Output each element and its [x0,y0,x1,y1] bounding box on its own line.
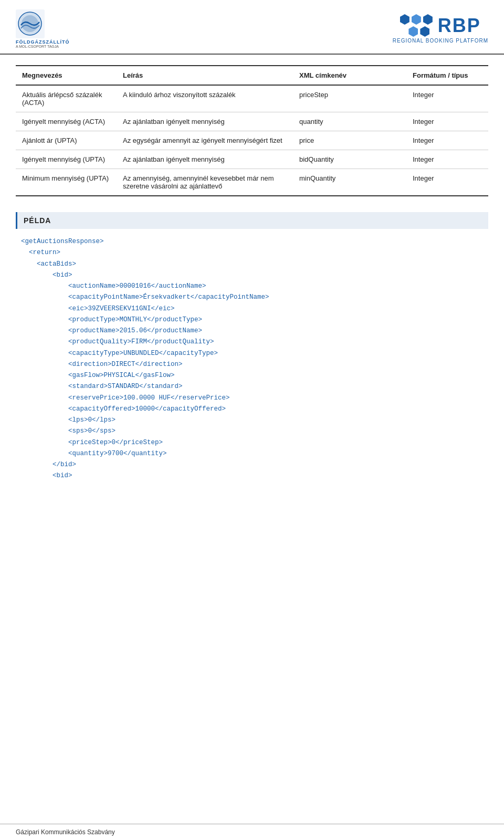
cell-leir-4: Az amennyiség, amennyinél kevesebbet már… [117,169,293,196]
code-line-3: <bid> [21,270,488,281]
main-content: Megnevezés Leírás XML címkenév Formátum … [0,55,504,196]
code-line-11: <direction>DIRECT</direction> [21,359,488,370]
rbp-logo-block: RBP REGIONAL BOOKING PLATFORM [393,14,488,44]
code-line-9: <productQuality>FIRM</productQuality> [21,337,488,348]
code-line-16: <lps>0</lps> [21,415,488,426]
footer-text: Gázipari Kommunikációs Szabvány [16,828,115,836]
foldgaz-icon [16,9,45,38]
code-line-18: <priceStep>0</priceStep> [21,437,488,448]
company-sub: A MOL-CSOPORT TAGJA [16,45,59,48]
code-line-14: <reservePrice>100.0000 HUF</reservePrice… [21,393,488,404]
code-line-13: <standard>STANDARD</standard> [21,381,488,392]
data-table: Megnevezés Leírás XML címkenév Formátum … [16,65,488,196]
header: FÖLDGÁZSZÁLLÍTÓ A MOL-CSOPORT TAGJA RBP … [0,0,504,55]
cell-leir-0: A kiinduló árhoz viszonyított százalék [117,85,293,112]
table-row: Minimum mennyiség (UPTA)Az amennyiség, a… [16,169,488,196]
cell-xml-2: price [293,131,406,150]
pelda-title: PÉLDA [16,212,488,229]
cell-megn-4: Minimum mennyiség (UPTA) [16,169,117,196]
pelda-section: PÉLDA <getAuctionsResponse> <return> <ac… [0,212,504,492]
code-line-10: <capacityType>UNBUNDLED</capacityType> [21,348,488,359]
cell-megn-0: Aktuális árlépcső százalék (ACTA) [16,85,117,112]
rbp-hexagons [400,14,433,37]
hex-3 [423,14,433,25]
code-line-1: <return> [21,247,488,258]
cell-form-2: Integer [406,131,488,150]
code-line-21: <bid> [21,470,488,481]
hex-5 [420,26,429,37]
cell-leir-2: Az egységár amennyit az igényelt mennyis… [117,131,293,150]
rbp-acronym: RBP [438,16,481,35]
code-line-6: <eic>39ZVEERSEKV11GNI</eic> [21,303,488,314]
cell-form-3: Integer [406,150,488,169]
table-row: Igényelt mennyiség (ACTA)Az ajánlatban i… [16,112,488,131]
cell-form-1: Integer [406,112,488,131]
code-line-15: <capacityOffered>10000</capacityOffered> [21,404,488,415]
code-line-0: <getAuctionsResponse> [21,236,488,247]
col-header-form: Formátum / típus [406,66,488,85]
company-name: FÖLDGÁZSZÁLLÍTÓ [16,39,70,45]
code-block: <getAuctionsResponse> <return> <actaBids… [16,236,488,482]
cell-form-0: Integer [406,85,488,112]
code-line-5: <capacityPointName>Érsekvadkert</capacit… [21,292,488,303]
col-header-megn: Megnevezés [16,66,117,85]
cell-leir-1: Az ajánlatban igényelt mennyiség [117,112,293,131]
cell-leir-3: Az ajánlatban igényelt mennyiség [117,150,293,169]
foldgaz-logo: FÖLDGÁZSZÁLLÍTÓ A MOL-CSOPORT TAGJA [16,9,70,48]
cell-form-4: Integer [406,169,488,196]
hex-1 [400,14,410,25]
table-row: Aktuális árlépcső százalék (ACTA)A kiind… [16,85,488,112]
table-row: Ajánlott ár (UPTA)Az egységár amennyit a… [16,131,488,150]
cell-xml-0: priceStep [293,85,406,112]
footer: Gázipari Kommunikációs Szabvány [0,824,504,840]
table-row: Igényelt mennyiség (UPTA)Az ajánlatban i… [16,150,488,169]
col-header-xml: XML címkenév [293,66,406,85]
code-line-12: <gasFlow>PHYSICAL</gasFlow> [21,370,488,381]
hex-2 [412,14,421,25]
col-header-leir: Leírás [117,66,293,85]
code-line-2: <actaBids> [21,259,488,270]
code-line-20: </bid> [21,459,488,470]
cell-megn-3: Igényelt mennyiség (UPTA) [16,150,117,169]
code-line-7: <productType>MONTHLY</productType> [21,314,488,326]
rbp-subtitle: REGIONAL BOOKING PLATFORM [393,38,488,44]
cell-megn-1: Igényelt mennyiség (ACTA) [16,112,117,131]
cell-megn-2: Ajánlott ár (UPTA) [16,131,117,150]
code-line-4: <auctionName>00001016</auctionName> [21,281,488,292]
cell-xml-3: bidQuantity [293,150,406,169]
hex-4 [408,26,418,37]
code-line-17: <sps>0</sps> [21,426,488,437]
code-line-19: <quantity>9700</quantity> [21,448,488,459]
code-line-8: <productName>2015.06</productName> [21,326,488,337]
cell-xml-1: quantity [293,112,406,131]
cell-xml-4: minQuantity [293,169,406,196]
